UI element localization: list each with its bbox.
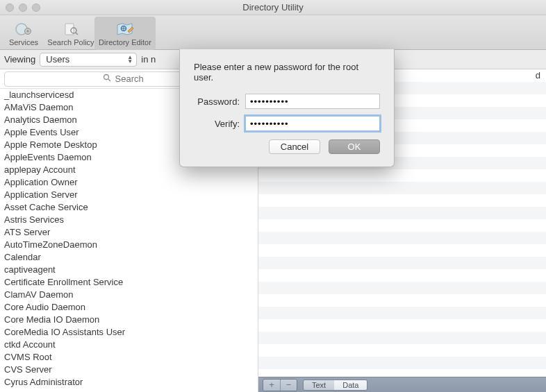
cancel-button[interactable]: Cancel bbox=[269, 139, 320, 154]
detail-row bbox=[258, 232, 546, 244]
list-item[interactable]: Calendar bbox=[0, 251, 258, 264]
titlebar: Directory Utility bbox=[0, 0, 546, 15]
sheet-prompt: Please enter a new password for the root… bbox=[194, 62, 380, 83]
detail-row bbox=[258, 344, 546, 357]
viewing-select[interactable]: Users ▲▼ bbox=[40, 53, 137, 67]
detail-row bbox=[258, 269, 546, 282]
document-search-icon bbox=[61, 21, 81, 37]
remove-button[interactable]: − bbox=[280, 380, 297, 391]
add-remove-group: + − bbox=[263, 379, 297, 391]
segment-data[interactable]: Data bbox=[334, 380, 367, 390]
list-item[interactable]: ATS Server bbox=[0, 226, 258, 239]
text-data-segment: Text Data bbox=[303, 380, 367, 391]
password-sheet: Please enter a new password for the root… bbox=[179, 49, 395, 167]
detail-header-text: d bbox=[536, 70, 540, 80]
segment-text[interactable]: Text bbox=[304, 380, 334, 390]
window-title: Directory Utility bbox=[0, 2, 546, 12]
detail-row bbox=[258, 219, 546, 232]
viewing-select-value: Users bbox=[46, 54, 69, 65]
list-item[interactable]: CoreMedia IO Assistants User bbox=[0, 326, 258, 339]
list-item[interactable]: CVMS Root bbox=[0, 351, 258, 364]
detail-row bbox=[258, 369, 546, 377]
list-item[interactable]: Astris Services bbox=[0, 214, 258, 226]
detail-row bbox=[258, 194, 546, 207]
toolbar: Services Search Policy Directory Editor bbox=[0, 15, 546, 50]
detail-row bbox=[258, 307, 546, 319]
add-button[interactable]: + bbox=[263, 380, 280, 391]
list-item[interactable]: Application Server bbox=[0, 189, 258, 201]
ok-button[interactable]: OK bbox=[329, 139, 380, 154]
updown-icon: ▲▼ bbox=[126, 54, 134, 65]
zoom-window-button[interactable] bbox=[32, 3, 40, 12]
list-item[interactable]: Cyrus Administrator bbox=[0, 376, 258, 389]
toolbar-services[interactable]: Services bbox=[0, 17, 47, 50]
password-label: Password: bbox=[194, 96, 240, 107]
map-pencil-icon bbox=[115, 21, 135, 37]
detail-row bbox=[258, 319, 546, 332]
traffic-lights bbox=[6, 3, 40, 12]
viewing-label: Viewing bbox=[4, 54, 35, 65]
list-item[interactable]: Asset Cache Service bbox=[0, 201, 258, 214]
in-node-label: in n bbox=[141, 54, 156, 65]
detail-row bbox=[258, 294, 546, 307]
toolbar-label: Search Policy bbox=[47, 38, 94, 46]
svg-line-10 bbox=[108, 79, 110, 81]
detail-row bbox=[258, 169, 546, 182]
detail-row bbox=[258, 207, 546, 219]
password-input[interactable] bbox=[245, 94, 380, 109]
list-item[interactable]: ctkd Account bbox=[0, 339, 258, 351]
detail-footer: + − Text Data bbox=[258, 377, 546, 392]
toolbar-label: Services bbox=[9, 38, 38, 46]
list-item[interactable]: Application Owner bbox=[0, 176, 258, 189]
svg-line-5 bbox=[76, 33, 78, 35]
detail-row bbox=[258, 257, 546, 269]
close-window-button[interactable] bbox=[6, 3, 14, 12]
list-item[interactable]: CVS Server bbox=[0, 364, 258, 376]
detail-row bbox=[258, 357, 546, 369]
toolbar-label: Directory Editor bbox=[99, 38, 151, 46]
list-item[interactable]: ClamAV Daemon bbox=[0, 289, 258, 301]
globe-gear-icon bbox=[14, 21, 33, 37]
toolbar-search-policy[interactable]: Search Policy bbox=[47, 17, 94, 50]
list-item[interactable]: captiveagent bbox=[0, 264, 258, 276]
list-item[interactable]: Certificate Enrollment Service bbox=[0, 276, 258, 289]
toolbar-directory-editor[interactable]: Directory Editor bbox=[94, 17, 156, 50]
search-input[interactable] bbox=[114, 73, 156, 85]
detail-row bbox=[258, 282, 546, 294]
list-item[interactable]: AutoTimeZoneDaemon bbox=[0, 239, 258, 251]
svg-point-9 bbox=[104, 75, 108, 80]
svg-point-2 bbox=[27, 30, 29, 32]
minimize-window-button[interactable] bbox=[19, 3, 27, 12]
verify-input[interactable] bbox=[245, 116, 380, 131]
detail-row bbox=[258, 182, 546, 194]
search-icon bbox=[103, 74, 111, 84]
list-item[interactable]: Core Audio Daemon bbox=[0, 301, 258, 314]
detail-row bbox=[258, 244, 546, 257]
list-item[interactable]: Core Media IO Daemon bbox=[0, 314, 258, 326]
verify-label: Verify: bbox=[194, 119, 240, 129]
detail-row bbox=[258, 332, 546, 344]
